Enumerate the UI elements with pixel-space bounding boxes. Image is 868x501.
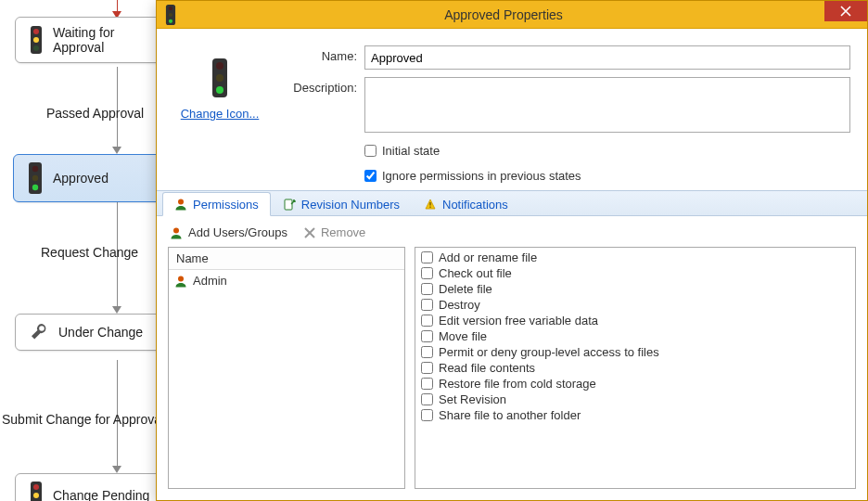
description-label: Description: [283, 77, 357, 95]
permission-label: Delete file [439, 282, 492, 296]
top-section: Change Icon... Name: Description: Initia… [157, 29, 867, 190]
tab-label: Revision Numbers [301, 198, 400, 212]
tab-strip: Permissions Revision Numbers Notificatio… [157, 190, 867, 216]
tab-revision[interactable]: Revision Numbers [271, 192, 412, 216]
users-header: Name [169, 248, 404, 270]
permissions-toolbar: Add Users/Groups Remove [168, 222, 856, 247]
properties-dialog: Approved Properties Change Icon... Name: [156, 0, 868, 501]
svg-point-5 [32, 166, 38, 172]
permission-row[interactable]: Set Revision [421, 392, 849, 407]
tab-notifications[interactable]: Notifications [412, 192, 520, 216]
permissions-columns: Name Admin Add or rename fileCheck out f… [168, 247, 856, 489]
close-icon [840, 6, 851, 17]
dialog-body: Change Icon... Name: Description: Initia… [157, 29, 867, 500]
icon-column: Change Icon... [173, 45, 266, 183]
permission-row[interactable]: Read file contents [421, 360, 849, 376]
workflow-node-label: Change Pending [53, 488, 149, 501]
initial-state-checkbox[interactable] [364, 145, 377, 157]
ignore-prev-checkbox[interactable] [364, 170, 377, 182]
user-icon [174, 198, 187, 211]
arrowhead-icon [112, 466, 121, 473]
users-panel: Name Admin [168, 247, 405, 489]
revision-icon [283, 199, 296, 212]
permission-checkbox[interactable] [421, 409, 433, 421]
permission-checkbox[interactable] [421, 362, 433, 374]
permission-row[interactable]: Permit or deny group-level access to fil… [421, 344, 849, 360]
users-list[interactable]: Admin [169, 270, 404, 488]
toolbar-label: Remove [321, 225, 365, 239]
permission-checkbox[interactable] [421, 346, 433, 358]
permission-checkbox[interactable] [421, 393, 433, 405]
permission-checkbox[interactable] [421, 283, 433, 295]
rights-list[interactable]: Add or rename fileCheck out fileDelete f… [415, 248, 855, 488]
permission-row[interactable]: Move file [421, 328, 849, 344]
dialog-title: Approved Properties [177, 7, 867, 22]
ignore-prev-label: Ignore permissions in previous states [382, 169, 581, 183]
svg-rect-23 [429, 206, 430, 207]
workflow-node-label: Approved [53, 171, 108, 186]
tab-permissions[interactable]: Permissions [162, 192, 271, 216]
name-field-row: Name: [283, 45, 850, 70]
svg-rect-21 [285, 199, 292, 210]
traffic-light-icon [164, 5, 177, 25]
initial-state-label: Initial state [382, 144, 440, 158]
workflow-edge-label: Request Change [41, 245, 138, 260]
permission-row[interactable]: Delete file [421, 281, 849, 297]
workflow-node-underchange[interactable]: Under Change [15, 314, 167, 351]
toolbar-label: Add Users/Groups [188, 225, 287, 239]
permission-label: Destroy [439, 298, 480, 312]
permission-label: Edit version free variable data [439, 314, 598, 328]
svg-rect-22 [429, 202, 430, 206]
svg-point-20 [178, 199, 184, 205]
dialog-titlebar[interactable]: Approved Properties [157, 1, 867, 29]
permission-label: Read file contents [439, 361, 535, 375]
permission-checkbox[interactable] [421, 330, 433, 342]
permission-label: Move file [439, 329, 487, 343]
traffic-light-icon [29, 482, 44, 501]
svg-point-2 [33, 37, 39, 43]
permission-label: Share file to another folder [439, 408, 581, 422]
permission-checkbox[interactable] [421, 378, 433, 390]
description-field-row: Description: [283, 77, 850, 133]
permission-row[interactable]: Destroy [421, 297, 849, 313]
change-icon-link[interactable]: Change Icon... [181, 107, 260, 121]
arrowhead-icon [112, 147, 121, 154]
description-input[interactable] [364, 77, 850, 133]
svg-point-24 [173, 227, 179, 233]
workflow-node-changepending[interactable]: Change Pending [15, 473, 167, 501]
permission-row[interactable]: Restore file from cold storage [421, 376, 849, 392]
svg-point-25 [178, 276, 184, 281]
remove-button[interactable]: Remove [304, 225, 365, 239]
permission-checkbox[interactable] [421, 315, 433, 327]
user-row[interactable]: Admin [174, 272, 399, 289]
svg-point-7 [32, 185, 38, 190]
traffic-light-icon [27, 162, 44, 194]
workflow-edge-label: Passed Approval [46, 106, 144, 121]
initial-state-row: Initial state [364, 144, 850, 158]
svg-point-19 [216, 86, 223, 94]
permission-label: Permit or deny group-level access to fil… [439, 345, 659, 359]
arrowhead-icon [112, 306, 121, 314]
svg-point-17 [216, 62, 223, 70]
permission-checkbox[interactable] [421, 267, 433, 279]
workflow-node-label: Under Change [58, 325, 143, 340]
add-users-button[interactable]: Add Users/Groups [170, 225, 287, 239]
close-button[interactable] [824, 1, 867, 21]
traffic-light-icon [29, 26, 44, 54]
workflow-node-approved[interactable]: Approved [13, 154, 161, 202]
permission-row[interactable]: Share file to another folder [421, 407, 849, 423]
permission-row[interactable]: Check out file [421, 265, 849, 281]
permission-row[interactable]: Add or rename file [421, 250, 849, 265]
tab-label: Notifications [442, 198, 508, 212]
workflow-node-waiting[interactable]: Waiting for Approval [15, 17, 167, 63]
name-input[interactable] [364, 45, 850, 70]
permission-checkbox[interactable] [421, 251, 433, 263]
permission-checkbox[interactable] [421, 299, 433, 311]
ignore-prev-row: Ignore permissions in previous states [364, 169, 850, 183]
svg-point-9 [33, 484, 39, 490]
svg-point-18 [216, 74, 223, 82]
rights-panel: Add or rename fileCheck out fileDelete f… [415, 247, 856, 489]
tab-label: Permissions [193, 198, 259, 212]
permission-row[interactable]: Edit version free variable data [421, 313, 849, 328]
user-name: Admin [193, 274, 227, 288]
